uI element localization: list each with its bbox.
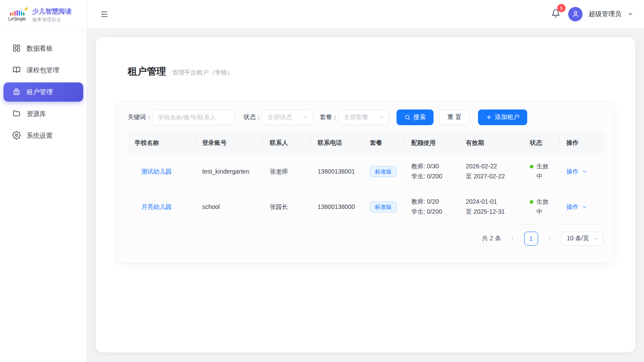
account-cell: school	[195, 189, 263, 225]
plan-tag: 标准版	[370, 201, 397, 212]
book-icon	[12, 65, 21, 75]
page-number-button[interactable]: 1	[524, 232, 538, 246]
prev-page-button[interactable]	[507, 234, 518, 243]
sidebar-item-course-packages[interactable]: 课程包管理	[3, 61, 83, 80]
main-area: 租户管理 管理平台租户（学校） 关键词： 状态： 全部状态 套餐： 全部套餐	[87, 28, 644, 362]
search-button-label: 搜索	[414, 113, 426, 121]
chevron-left-icon	[510, 236, 515, 242]
chevron-down-icon	[302, 115, 308, 120]
chevron-down-icon[interactable]	[627, 11, 634, 17]
valid-from: 2026-02-22	[466, 161, 516, 171]
sidebar-item-label: 系统设置	[27, 132, 53, 140]
user-name: 超级管理员	[589, 10, 621, 18]
dashboard-icon	[12, 44, 21, 54]
tenant-table: 学校名称 登录账号 联系人 联系电话 套餐 配额使用 有效期 状态 操作 测试幼…	[128, 132, 604, 225]
table-row: 月亮幼儿园 school 张园长 13800138000 标准版 教师: 0/2…	[128, 189, 604, 225]
status-cell: 生效中	[530, 197, 552, 217]
status-badge: 生效中	[536, 161, 550, 181]
table-header: 学校名称 登录账号 联系人 联系电话 套餐 配额使用 有效期 状态 操作	[128, 132, 604, 154]
row-actions-dropdown[interactable]: 操作	[566, 167, 587, 177]
filter-bar: 关键词： 状态： 全部状态 套餐： 全部套餐 搜索 重 置	[128, 109, 603, 125]
contact-cell: 张园长	[263, 189, 311, 225]
status-label: 状态：	[244, 113, 262, 121]
col-quota: 配额使用	[404, 132, 459, 154]
page-size-select[interactable]: 10 条/页	[561, 232, 603, 246]
col-school: 学校名称	[128, 132, 195, 154]
status-select[interactable]: 全部状态	[262, 109, 312, 125]
logo-wordmark: LeSingle	[6, 16, 28, 21]
status-select-value: 全部状态	[268, 113, 292, 121]
brand-title: 少儿智慧阅读	[32, 7, 71, 15]
sidebar-item-label: 课程包管理	[27, 66, 59, 75]
status-badge: 生效中	[536, 197, 550, 217]
plan-label: 套餐：	[320, 113, 338, 121]
quota-students: 学生: 0/200	[411, 207, 452, 217]
topbar: 5 超级管理员	[87, 0, 644, 28]
quota-teachers: 教师: 0/20	[411, 197, 452, 207]
brand-text: 少儿智慧阅读 服务管理后台	[32, 7, 71, 23]
col-status: 状态	[523, 132, 559, 154]
sidebar-item-label: 数据看板	[27, 44, 53, 53]
valid-to: 至 2027-02-22	[466, 171, 516, 181]
tenant-panel: 关键词： 状态： 全部状态 套餐： 全部套餐 搜索 重 置	[117, 101, 614, 263]
page-subtitle: 管理平台租户（学校）	[172, 69, 233, 77]
search-button[interactable]: 搜索	[397, 109, 434, 125]
content-card: 租户管理 管理平台租户（学校） 关键词： 状态： 全部状态 套餐： 全部套餐	[96, 37, 635, 352]
next-page-button[interactable]	[544, 234, 555, 243]
brand-area: LeSingle 少儿智慧阅读 服务管理后台	[0, 0, 87, 31]
pagination: 共 2 条 1 10 条/页	[128, 232, 603, 246]
pagination-total: 共 2 条	[482, 235, 501, 242]
reset-button[interactable]: 重 置	[439, 109, 470, 125]
plan-select-value: 全部套餐	[344, 113, 368, 121]
keyword-input[interactable]	[152, 109, 235, 125]
topbar-right: 5 超级管理员	[549, 7, 634, 21]
row-actions-label: 操作	[566, 167, 579, 177]
school-name-link[interactable]: 测试幼儿园	[141, 168, 172, 175]
notifications-button[interactable]: 5	[549, 7, 562, 21]
avatar[interactable]	[568, 7, 583, 21]
chevron-down-icon	[379, 115, 384, 120]
row-actions-label: 操作	[566, 202, 579, 212]
menu-fold-icon	[100, 10, 108, 18]
col-account: 登录账号	[195, 132, 263, 154]
sidebar-collapse-button[interactable]	[100, 10, 108, 18]
sidebar-item-label: 租户管理	[27, 88, 53, 96]
sidebar-menu: 数据看板 课程包管理 租户管理 资源库 系统设置	[0, 31, 87, 156]
status-dot-icon	[530, 165, 533, 168]
add-tenant-button-label: 添加租户	[495, 113, 519, 121]
gear-icon	[12, 131, 21, 141]
sidebar-item-resources[interactable]: 资源库	[3, 104, 83, 123]
chevron-down-icon	[582, 204, 587, 210]
sidebar-item-settings[interactable]: 系统设置	[3, 126, 83, 145]
plus-icon	[486, 114, 492, 120]
school-name-link[interactable]: 月亮幼儿园	[141, 203, 172, 210]
valid-to: 至 2025-12-31	[466, 207, 516, 217]
col-plan: 套餐	[363, 132, 404, 154]
chevron-down-icon	[582, 169, 587, 174]
user-icon	[572, 10, 580, 18]
building-icon	[12, 87, 21, 97]
sidebar-item-dashboard[interactable]: 数据看板	[3, 39, 83, 58]
keyword-label: 关键词：	[128, 113, 152, 121]
quota-cell: 教师: 0/20 学生: 0/200	[404, 189, 459, 225]
brand-subtitle: 服务管理后台	[32, 17, 71, 23]
table-row: 测试幼儿园 test_kindergarten 张老师 13800138001 …	[128, 154, 604, 189]
plan-select[interactable]: 全部套餐	[338, 109, 389, 125]
page-header: 租户管理 管理平台租户（学校）	[128, 65, 614, 78]
validity-cell: 2024-01-01 至 2025-12-31	[459, 189, 523, 225]
row-actions-dropdown[interactable]: 操作	[566, 202, 587, 212]
chevron-right-icon	[547, 236, 552, 242]
page-title: 租户管理	[128, 65, 166, 78]
status-dot-icon	[530, 200, 533, 204]
phone-cell: 13800138001	[311, 154, 363, 189]
validity-cell: 2026-02-22 至 2027-02-22	[459, 154, 523, 189]
plan-tag: 标准版	[370, 166, 397, 177]
sidebar-item-tenants[interactable]: 租户管理	[3, 82, 83, 102]
add-tenant-button[interactable]: 添加租户	[478, 109, 527, 125]
search-icon	[404, 114, 410, 120]
col-phone: 联系电话	[311, 132, 363, 154]
lesingle-logo-icon: LeSingle	[6, 9, 28, 21]
sidebar: LeSingle 少儿智慧阅读 服务管理后台 数据看板 课程包管理 租户管理	[0, 0, 87, 362]
folder-icon	[12, 109, 21, 119]
chevron-down-icon	[593, 236, 599, 241]
